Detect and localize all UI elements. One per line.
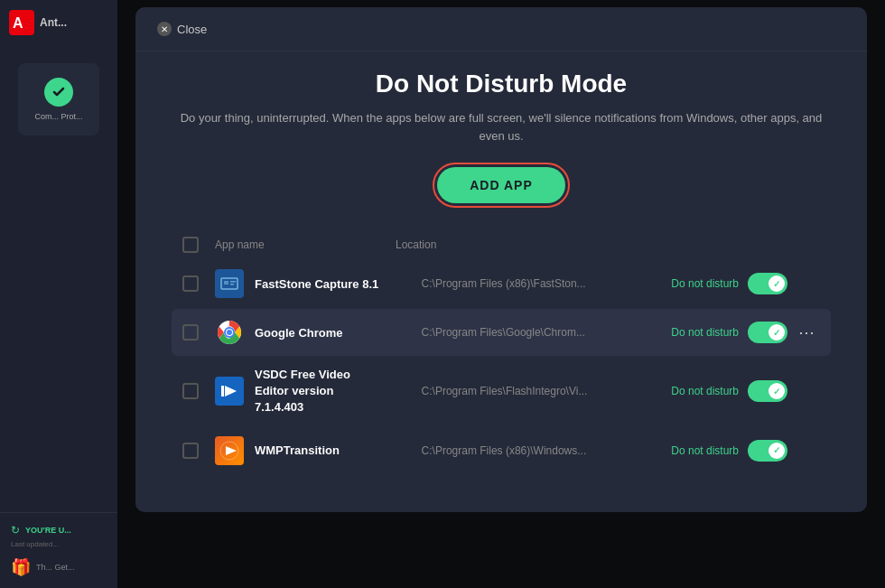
toggle-knob-1: ✓ [769,275,785,292]
toggle-knob-4: ✓ [769,443,785,459]
toggle-check-icon-2: ✓ [773,328,780,338]
toggle-knob-2: ✓ [769,324,785,341]
vsdc-name-line3: 7.1.4.403 [255,399,422,415]
row-app-name-2: Google Chrome [255,326,422,340]
modal-body: Do Not Disturb Mode Do your thing, unint… [135,51,867,494]
svg-point-10 [227,330,232,335]
row-checkbox-2[interactable] [182,324,199,341]
modal-backdrop: ✕ Close Do Not Disturb Mode Do your thin… [117,0,885,588]
toggle-knob-3: ✓ [769,383,785,399]
row-menu-2[interactable]: ⋯ [793,322,820,342]
toggle-check-icon-4: ✓ [773,445,780,455]
wmp-icon [215,436,244,465]
row-app-name-1: FastStone Capture 8.1 [255,277,422,291]
row-app-name-3: VSDC Free Video Editor version 7.1.4.403 [255,367,422,416]
close-button[interactable]: ✕ Close [150,18,214,40]
add-app-btn-wrapper: ADD APP [433,163,570,208]
row-toggle-3[interactable]: ✓ [748,380,787,402]
modal-subtitle: Do your thing, uninterrupted. When the a… [172,109,831,145]
table-row[interactable]: WMPTransition C:\Program Files (x86)\Win… [172,427,831,474]
svg-rect-13 [221,386,224,397]
do-not-disturb-modal: ✕ Close Do Not Disturb Mode Do your thin… [135,7,867,512]
sidebar-protection-card[interactable]: Com... Prot... [18,63,99,135]
gift-icon: 🎁 [11,557,31,577]
table-header: App name Location [172,229,831,260]
modal-title: Do Not Disturb Mode [172,70,831,98]
svg-text:A: A [13,15,23,31]
sidebar-card-label: Com... Prot... [34,112,82,121]
row-status-2: Do not disturb [621,326,748,339]
status-icon: ↻ [11,524,20,537]
svg-rect-4 [224,281,228,285]
chrome-icon [215,318,244,347]
row-status-1: Do not disturb [621,277,748,290]
protection-icon [44,78,73,107]
close-x-icon: ✕ [157,22,172,36]
row-toggle-1[interactable]: ✓ [748,273,787,294]
row-status-4: Do not disturb [621,444,748,457]
header-check-col [182,237,215,253]
vsdc-name-line2: Editor version [255,383,422,399]
row-checkbox-3[interactable] [182,383,199,399]
row-status-3: Do not disturb [621,385,748,397]
avg-logo-icon: A [9,10,34,35]
svg-rect-2 [217,271,242,296]
add-app-container: ADD APP [172,163,831,208]
last-updated-text: Last updated... [11,540,107,548]
sidebar-top: A Ant... [0,0,117,45]
col-header-name: App name [215,238,396,251]
row-app-name-4: WMPTransition [255,443,422,457]
row-toggle-2[interactable]: ✓ [748,322,787,343]
col-header-location: Location [396,238,612,251]
row-location-4: C:\Program Files (x86)\Windows... [422,444,621,457]
app-table: App name Location [172,229,831,474]
vsdc-name-line1: VSDC Free Video [255,367,422,383]
faststone-icon [215,269,244,298]
row-check-col [182,324,215,341]
svg-rect-6 [230,284,234,285]
row-location-3: C:\Program Files\FlashIntegro\Vi... [422,385,621,397]
row-check-col [182,443,215,459]
row-check-col [182,275,215,292]
add-app-button[interactable]: ADD APP [437,167,565,203]
table-row[interactable]: FastStone Capture 8.1 C:\Program Files (… [172,260,831,307]
toggle-check-icon-1: ✓ [773,279,780,289]
sidebar-brand-text: Ant... [40,16,67,29]
row-checkbox-1[interactable] [182,275,199,292]
sidebar-status: ↻ YOU'RE U... [11,524,107,537]
svg-rect-5 [230,281,236,283]
close-label: Close [177,23,207,36]
sidebar-gift[interactable]: 🎁 Th... Get... [11,557,107,577]
row-check-col [182,383,215,399]
row-toggle-4[interactable]: ✓ [748,440,787,462]
sidebar-bottom: ↻ YOU'RE U... Last updated... 🎁 Th... Ge… [0,512,117,588]
table-row[interactable]: Google Chrome C:\Program Files\Google\Ch… [172,309,831,356]
row-checkbox-4[interactable] [182,443,199,459]
select-all-checkbox[interactable] [182,237,199,253]
gift-text: Th... Get... [36,563,75,572]
row-location-2: C:\Program Files\Google\Chrom... [422,326,621,339]
table-row[interactable]: VSDC Free Video Editor version 7.1.4.403… [172,358,831,425]
row-location-1: C:\Program Files (x86)\FastSton... [422,277,621,290]
toggle-check-icon-3: ✓ [773,387,780,397]
modal-header: ✕ Close [135,7,867,51]
vsdc-icon [215,377,244,406]
status-text: YOU'RE U... [25,526,71,535]
sidebar: A Ant... Com... Prot... ↻ YOU'RE U... La… [0,0,117,588]
